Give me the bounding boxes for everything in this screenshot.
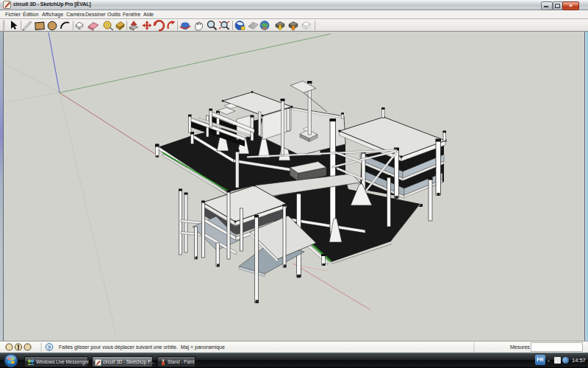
svg-text:?: ? [48, 344, 51, 351]
